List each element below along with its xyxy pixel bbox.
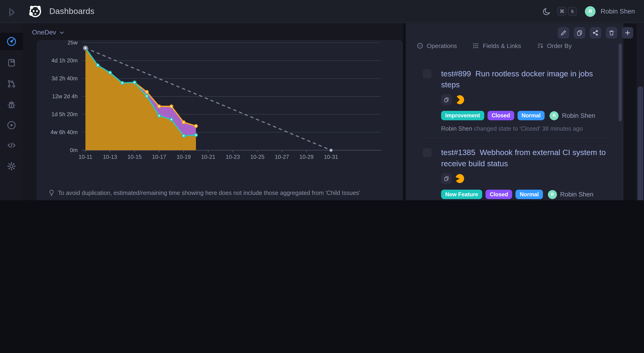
duplicate-icon xyxy=(576,29,583,36)
status-badge[interactable]: New Feature xyxy=(441,190,482,199)
pull-request-icon xyxy=(6,79,16,88)
splitter[interactable] xyxy=(403,23,406,200)
shortcut-keys: ⌘ k xyxy=(558,7,577,15)
window-scrollbar[interactable] xyxy=(636,23,644,200)
copy-reference-button[interactable] xyxy=(441,94,452,105)
sidebar-item-dashboards[interactable] xyxy=(0,33,23,50)
sidebar-item-issues[interactable] xyxy=(0,94,23,115)
gauge-icon xyxy=(6,36,17,47)
project-dropdown[interactable]: OneDev xyxy=(32,29,64,36)
copy-reference-button[interactable] xyxy=(441,173,452,184)
sidebar-item-settings[interactable] xyxy=(0,156,23,176)
sidebar-item-pull-requests[interactable] xyxy=(0,74,23,94)
issue-id: test#899 xyxy=(441,69,471,78)
y-axis-label: 3d 2h 40m xyxy=(52,75,78,81)
bug-icon xyxy=(6,100,16,109)
y-axis-label: 0m xyxy=(70,147,78,153)
x-axis-label: 10-17 xyxy=(152,154,166,160)
assignee-name: Robin Shen xyxy=(562,112,595,119)
duplicate-button[interactable] xyxy=(574,27,585,38)
issue-list: test#899 Run rootless docker image in jo… xyxy=(406,59,624,200)
y-axis-label: 1d 5h 20m xyxy=(52,111,78,117)
assignee[interactable]: RRobin Shen xyxy=(550,111,595,120)
sidebar-item-code[interactable] xyxy=(0,135,23,156)
user-name[interactable]: Robin Shen xyxy=(601,8,635,15)
sidebar-item-builds[interactable] xyxy=(0,115,23,135)
chevron-down-icon xyxy=(59,30,64,35)
trash-icon xyxy=(608,29,615,36)
share-icon xyxy=(592,29,599,36)
add-button[interactable] xyxy=(622,27,633,38)
issue-checkbox[interactable] xyxy=(423,69,432,78)
issue-panel: Operations Fields & Links Order By test#… xyxy=(406,23,624,200)
issue-title[interactable]: test#899 Run rootless docker image in jo… xyxy=(441,68,612,90)
k-key: k xyxy=(568,7,577,15)
x-axis-label: 10-31 xyxy=(324,154,338,160)
x-axis-label: 10-13 xyxy=(103,154,117,160)
panel-scrollbar-thumb[interactable] xyxy=(618,43,622,122)
onedev-logo-icon[interactable] xyxy=(27,3,44,19)
panel-tabs: Operations Fields & Links Order By xyxy=(416,42,623,49)
issue-item: test#899 Run rootless docker image in jo… xyxy=(423,59,612,138)
window-scrollbar-thumb[interactable] xyxy=(638,86,643,200)
issue-id: test#1385 xyxy=(441,148,475,157)
sidebar: ? xyxy=(0,23,23,200)
x-axis-label: 10-25 xyxy=(250,154,264,160)
delete-button[interactable] xyxy=(606,27,617,38)
sidebar-item-projects[interactable] xyxy=(0,53,23,73)
x-axis-label: 10-23 xyxy=(226,154,240,160)
cmd-key: ⌘ xyxy=(558,7,567,15)
y-axis-label: 4w 6h 40m xyxy=(50,129,78,135)
sidebar-expand-icon[interactable] xyxy=(5,4,19,18)
app-window: Dashboards ⌘ k R Robin Shen xyxy=(0,0,644,200)
lightbulb-icon xyxy=(48,189,55,196)
issue-checkbox[interactable] xyxy=(423,148,432,157)
status-badge[interactable]: Closed xyxy=(486,190,512,199)
y-axis-label: 12w 2d 4h xyxy=(52,93,78,99)
avatar: R xyxy=(548,190,557,199)
burndown-chart-card: 25w4d 1h 20m3d 2h 40m12w 2d 4h1d 5h 20m4… xyxy=(37,40,402,200)
edit-button[interactable] xyxy=(558,27,569,38)
x-axis-label: 10-11 xyxy=(78,154,92,160)
chart-note-text: To avoid duplication, estimated/remainin… xyxy=(58,190,360,196)
order-by-icon xyxy=(536,42,544,49)
tab-fields-links[interactable]: Fields & Links xyxy=(472,42,521,49)
user-avatar[interactable]: R xyxy=(585,6,596,17)
tab-order-by-label: Order By xyxy=(547,42,572,49)
project-dropdown-label: OneDev xyxy=(32,29,56,36)
plus-icon xyxy=(624,29,631,36)
status-badge[interactable]: Normal xyxy=(518,111,545,120)
pencil-icon xyxy=(560,29,567,36)
tab-order-by[interactable]: Order By xyxy=(536,42,572,49)
code-icon xyxy=(6,140,16,150)
dashboard-actions xyxy=(558,27,633,38)
tab-operations-label: Operations xyxy=(427,42,457,49)
tab-fields-links-label: Fields & Links xyxy=(483,42,521,49)
status-badge[interactable]: Improvement xyxy=(441,111,484,120)
chart-note: To avoid duplication, estimated/remainin… xyxy=(48,189,360,196)
assignee-name: Robin Shen xyxy=(560,191,594,198)
status-badge[interactable]: Closed xyxy=(488,111,514,120)
page-title: Dashboards xyxy=(50,6,94,16)
progress-pie-icon xyxy=(456,95,464,104)
x-axis-label: 10-15 xyxy=(128,154,142,160)
y-axis-label: 25w xyxy=(68,41,78,46)
top-header: Dashboards ⌘ k R Robin Shen xyxy=(0,0,644,23)
x-axis-label: 10-21 xyxy=(201,154,215,160)
book-icon xyxy=(6,58,16,68)
tab-operations[interactable]: Operations xyxy=(416,42,457,49)
progress-pie-icon xyxy=(456,174,464,183)
assignee[interactable]: RRobin Shen xyxy=(548,190,594,199)
status-badge[interactable]: Normal xyxy=(516,190,543,199)
x-axis-label: 10-27 xyxy=(275,154,289,160)
issue-item: test#1385 Webhook from external CI syste… xyxy=(423,138,612,200)
activity-user: Robin Shen xyxy=(441,125,472,132)
share-button[interactable] xyxy=(590,27,601,38)
gear-icon xyxy=(6,161,16,171)
issue-title[interactable]: test#1385 Webhook from external CI syste… xyxy=(441,147,612,169)
x-axis-label: 10-29 xyxy=(300,154,314,160)
issue-activity: Robin Shen changed state to 'Closed' 38 … xyxy=(441,125,612,132)
x-axis-label: 10-19 xyxy=(176,154,191,160)
fields-links-icon xyxy=(472,42,480,49)
dark-mode-icon[interactable] xyxy=(542,7,551,16)
